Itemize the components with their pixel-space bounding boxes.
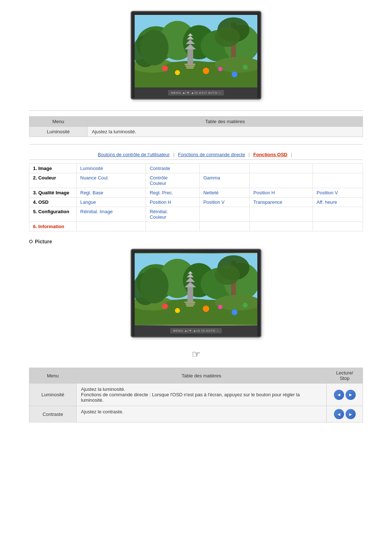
separator-1: |	[173, 152, 174, 157]
osd-empty-4	[249, 173, 313, 188]
divider-1	[29, 110, 363, 111]
osd-header-osd: 4. OSD	[29, 198, 77, 207]
osd-link-regl-prec[interactable]: Regl. Prec.	[146, 188, 200, 198]
osd-link-position-h-o[interactable]: Position H	[146, 198, 200, 207]
svg-rect-26	[185, 64, 195, 65]
desc-cell-luminosite-1: Ajustez la luminosité.	[87, 127, 363, 137]
svg-point-20	[203, 68, 209, 74]
osd-link-regl-base[interactable]: Regl. Base	[77, 188, 146, 198]
osd-empty-1	[200, 164, 250, 173]
svg-point-49	[203, 305, 209, 312]
table-row: Contraste Ajustez le contraste. ◀ ▶	[29, 406, 363, 422]
osd-empty-6	[200, 207, 250, 222]
svg-point-47	[162, 303, 168, 309]
svg-point-37	[215, 265, 240, 285]
bottom-col-menu: Menu	[29, 368, 77, 384]
picture-label-text: Picture	[35, 239, 52, 244]
osd-empty-8	[313, 207, 363, 222]
info-table-section-1: Menu Table des matières Luminosité Ajust…	[29, 116, 363, 137]
hand-pointer-icon: ☞	[192, 348, 201, 360]
osd-empty-9	[77, 222, 146, 231]
osd-empty-10	[146, 222, 200, 231]
osd-link-position-v-q[interactable]: Position V	[313, 188, 363, 198]
tab-user-controls[interactable]: Boutons de contrôle de l'utilisateur	[98, 152, 170, 157]
play-btn-next-luminosite[interactable]: ▶	[346, 390, 356, 400]
osd-link-nettete[interactable]: Netteté	[200, 188, 250, 198]
bottom-col-toc: Table des matières	[77, 368, 327, 384]
play-btn-prev-contraste[interactable]: ◀	[334, 409, 344, 419]
separator-2: |	[249, 152, 250, 157]
info-table-1: Menu Table des matières Luminosité Ajust…	[29, 116, 363, 137]
svg-point-19	[175, 70, 180, 75]
osd-empty-7	[249, 207, 313, 222]
osd-row-osd: 4. OSD Langue Position H Position V Tran…	[29, 198, 363, 207]
osd-link-aff-heure[interactable]: Aff. heure	[313, 198, 363, 207]
bottom-col-action: Lecture/ Stop	[327, 368, 363, 384]
osd-link-reinit-image[interactable]: Réinitial. Image	[77, 207, 146, 222]
monitor-buttons-2: MENU ▲/▼ ▲/G ID AUTO ○	[170, 328, 222, 333]
osd-empty-2	[249, 164, 313, 173]
svg-point-51	[218, 305, 222, 309]
monitor-buttons-1: MENU ▲/▼ ▲/G EXIT AUTO ○	[168, 90, 224, 96]
bottom-table: Menu Table des matières Lecture/ Stop Lu…	[29, 368, 363, 422]
svg-rect-28	[186, 67, 193, 69]
play-btn-next-contraste[interactable]: ▶	[346, 409, 356, 419]
svg-rect-55	[185, 301, 195, 303]
svg-rect-13	[187, 49, 193, 64]
osd-empty-3	[313, 164, 363, 173]
osd-link-gamma[interactable]: Gamma	[200, 173, 250, 188]
monitor-image-1: MENU ▲/▼ ▲/G EXIT AUTO ○	[29, 11, 363, 100]
play-btn-prev-luminosite[interactable]: ◀	[334, 390, 344, 400]
svg-point-50	[243, 303, 248, 308]
svg-point-54	[140, 268, 169, 303]
picture-section: Picture	[29, 239, 363, 360]
svg-point-25	[140, 30, 169, 65]
svg-point-18	[162, 65, 168, 71]
tab-direct-functions[interactable]: Fonctions de commande directe	[178, 152, 245, 157]
separator-3: |	[291, 152, 292, 157]
menu-cell-luminosite-1: Luminosité	[29, 127, 87, 137]
osd-empty-12	[249, 222, 313, 231]
monitor-image-2: MENU ▲/▼ ▲/G ID AUTO ○	[29, 249, 363, 337]
svg-point-52	[232, 309, 237, 315]
svg-point-48	[175, 308, 180, 313]
col-header-toc-1: Table des matières	[87, 117, 363, 127]
osd-link-controle-couleur[interactable]: ContrôleCouleur	[146, 173, 200, 188]
table-row: Luminosité Ajustez la luminosité. Foncti…	[29, 384, 363, 406]
osd-link-nuance[interactable]: Nuance Coul.	[77, 173, 146, 188]
svg-point-8	[215, 27, 240, 47]
bottom-action-luminosite: ◀ ▶	[327, 384, 363, 406]
nav-tabs: Boutons de contrôle de l'utilisateur | F…	[29, 152, 363, 160]
osd-header-image: 1. Image	[29, 164, 77, 173]
osd-empty-11	[200, 222, 250, 231]
osd-empty-5	[313, 173, 363, 188]
bottom-action-contraste: ◀ ▶	[327, 406, 363, 422]
svg-rect-57	[186, 305, 193, 307]
osd-header-qualite: 3. Qualité Image	[29, 188, 77, 198]
osd-row-couleur: 2. Couleur Nuance Coul. ContrôleCouleur …	[29, 173, 363, 188]
svg-rect-27	[186, 65, 195, 67]
osd-row-qualite: 3. Qualité Image Regl. Base Regl. Prec. …	[29, 188, 363, 198]
osd-row-config: 5. Configuration Réinitial. Image Réinit…	[29, 207, 363, 222]
svg-point-23	[232, 72, 237, 77]
osd-header-config: 5. Configuration	[29, 207, 77, 222]
osd-link-position-h-q[interactable]: Position H	[249, 188, 313, 198]
osd-link-transparence[interactable]: Transparence	[249, 198, 313, 207]
svg-rect-42	[187, 287, 193, 301]
osd-table: 1. Image Luminosité Contraste 2. Couleur…	[29, 163, 363, 231]
bottom-desc-luminosite: Ajustez la luminosité. Fonctions de comm…	[77, 384, 327, 406]
tab-osd-functions[interactable]: Fonctions OSD	[253, 152, 287, 157]
osd-link-contraste[interactable]: Contraste	[146, 164, 200, 173]
osd-row-information: 6. Information	[29, 222, 363, 231]
osd-link-position-v-o[interactable]: Position V	[200, 198, 250, 207]
table-row: Luminosité Ajustez la luminosité.	[29, 127, 363, 137]
osd-header-couleur: 2. Couleur	[29, 173, 77, 188]
osd-link-langue[interactable]: Langue	[77, 198, 146, 207]
svg-point-21	[243, 65, 248, 70]
osd-empty-13	[313, 222, 363, 231]
osd-link-reinit-couleur[interactable]: Réinitial.Couleur	[146, 207, 200, 222]
osd-link-luminosite[interactable]: Luminosité	[77, 164, 146, 173]
bottom-menu-contraste: Contraste	[29, 406, 77, 422]
bottom-desc-contraste: Ajustez le contraste.	[77, 406, 327, 422]
svg-point-22	[218, 67, 222, 71]
